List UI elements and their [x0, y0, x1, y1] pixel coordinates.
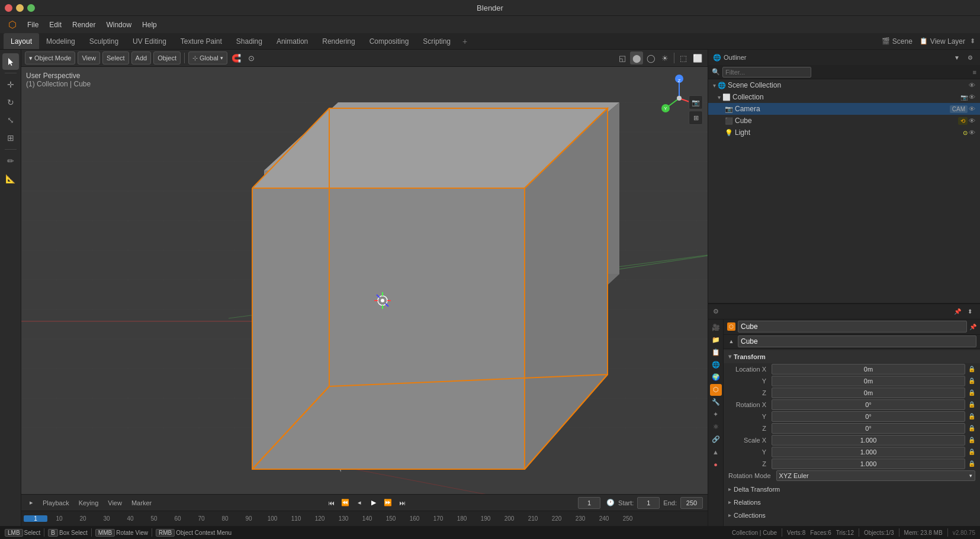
menu-window[interactable]: Window: [101, 19, 136, 31]
frame-90[interactable]: 90: [237, 515, 261, 522]
menu-help[interactable]: Help: [137, 19, 162, 31]
location-z-lock[interactable]: 🔒: [968, 389, 975, 396]
proportional-edit[interactable]: ⊙: [245, 51, 258, 64]
rotation-y-lock[interactable]: 🔒: [968, 413, 975, 419]
marker-menu[interactable]: Marker: [128, 498, 155, 508]
frame-ruler[interactable]: 1 10 20 30 40 50 60 70 80 90 100 110 120…: [21, 511, 708, 526]
location-z-field[interactable]: 0m: [772, 388, 965, 398]
rotation-x-field[interactable]: 0°: [772, 399, 965, 410]
maximize-button[interactable]: [27, 4, 35, 12]
tab-scripting[interactable]: Scripting: [416, 33, 458, 49]
frame-80[interactable]: 80: [213, 515, 237, 522]
rotate-tool[interactable]: ↻: [2, 94, 19, 111]
measure-tool[interactable]: 📐: [2, 170, 19, 187]
keying-menu[interactable]: Keying: [75, 498, 102, 508]
rotation-x-lock[interactable]: 🔒: [968, 401, 975, 408]
location-y-field[interactable]: 0m: [772, 376, 965, 386]
play-forward[interactable]: ▶: [367, 496, 380, 509]
select-menu[interactable]: Select: [102, 51, 129, 64]
prop-physics-icon[interactable]: ⚛: [710, 421, 722, 433]
menu-render[interactable]: Render: [68, 19, 100, 31]
location-x-lock[interactable]: 🔒: [968, 366, 975, 372]
prop-render-icon[interactable]: 🎥: [710, 322, 722, 334]
tab-texture-paint[interactable]: Texture Paint: [173, 33, 229, 49]
visibility-icon-scene[interactable]: 👁: [969, 82, 975, 89]
transform-orientations[interactable]: ⊹ Global ▾: [188, 51, 227, 64]
object-mode-dropdown[interactable]: ▾ Object Mode: [25, 51, 75, 64]
toggle-camera-view[interactable]: 📷: [689, 95, 703, 109]
prop-modifier-icon[interactable]: 🔧: [710, 396, 722, 408]
prop-output-icon[interactable]: 📁: [710, 334, 722, 346]
tab-modeling[interactable]: Modeling: [39, 33, 82, 49]
prop-data-icon[interactable]: ▲: [710, 446, 722, 458]
tab-compositing[interactable]: Compositing: [362, 33, 416, 49]
blender-icon[interactable]: ⬡: [4, 17, 21, 32]
location-x-field[interactable]: 0m: [772, 364, 965, 375]
render-icon-collection[interactable]: 📷: [960, 94, 968, 101]
wireframe-mode[interactable]: ◱: [616, 51, 629, 64]
tab-animation[interactable]: Animation: [269, 33, 315, 49]
jump-to-start[interactable]: ⏮: [324, 496, 338, 509]
scale-z-field[interactable]: 1.000: [772, 459, 965, 469]
properties-pin[interactable]: 📌: [952, 306, 963, 317]
scale-x-field[interactable]: 1.000: [772, 435, 965, 446]
add-workspace-tab[interactable]: +: [458, 34, 472, 49]
outliner-scene-collection[interactable]: ▾ 🌐 Scene Collection 👁: [708, 79, 980, 91]
rendered-mode[interactable]: ☀: [658, 51, 671, 64]
visibility-icon-camera[interactable]: 👁: [969, 105, 975, 112]
frame-130[interactable]: 130: [332, 515, 355, 522]
menu-edit[interactable]: Edit: [44, 19, 66, 31]
frame-200[interactable]: 200: [497, 515, 521, 522]
frame-1[interactable]: 1: [24, 515, 47, 522]
rotation-z-lock[interactable]: 🔒: [968, 425, 975, 431]
prop-particles-icon[interactable]: ✦: [710, 409, 722, 421]
frame-40[interactable]: 40: [118, 515, 142, 522]
frame-60[interactable]: 60: [166, 515, 189, 522]
outliner-cube[interactable]: ⬛ Cube ⟲ 👁: [708, 115, 980, 127]
frame-20[interactable]: 20: [71, 515, 95, 522]
prop-material-icon[interactable]: ●: [710, 459, 722, 470]
outliner-light[interactable]: 💡 Light ⊙ 👁: [708, 127, 980, 138]
rotation-y-field[interactable]: 0°: [772, 411, 965, 422]
frame-240[interactable]: 240: [592, 515, 616, 522]
play-back[interactable]: ◂: [353, 496, 366, 509]
end-frame[interactable]: 250: [680, 497, 703, 509]
tab-sculpting[interactable]: Sculpting: [82, 33, 126, 49]
start-frame[interactable]: 1: [637, 497, 660, 509]
rotation-z-field[interactable]: 0°: [772, 423, 965, 434]
prop-object-icon[interactable]: ⬡: [710, 384, 722, 396]
frame-160[interactable]: 160: [403, 515, 426, 522]
view-menu[interactable]: View: [78, 51, 100, 64]
frame-220[interactable]: 220: [545, 515, 568, 522]
view-menu-tl[interactable]: View: [104, 498, 126, 508]
scale-x-lock[interactable]: 🔒: [968, 437, 975, 443]
toggle-orthographic[interactable]: ⊞: [689, 111, 703, 125]
step-forward[interactable]: ⏩: [381, 496, 394, 509]
frame-190[interactable]: 190: [474, 515, 497, 522]
frame-120[interactable]: 120: [308, 515, 332, 522]
outliner-camera[interactable]: 📷 Camera CAM 👁: [708, 103, 980, 115]
move-tool[interactable]: ✛: [2, 76, 19, 93]
frame-210[interactable]: 210: [521, 515, 545, 522]
prop-world-icon[interactable]: 🌍: [710, 372, 722, 383]
visibility-icon-light[interactable]: 👁: [969, 129, 975, 136]
outliner-filter[interactable]: ▼: [952, 52, 962, 63]
frame-150[interactable]: 150: [379, 515, 403, 522]
frame-250[interactable]: 250: [616, 515, 640, 522]
prop-constraints-icon[interactable]: 🔗: [710, 434, 722, 446]
object-name-field[interactable]: Cube: [738, 321, 967, 333]
frame-140[interactable]: 140: [355, 515, 379, 522]
viewport-scene[interactable]: User Perspective (1) Collection | Cube Z: [21, 67, 708, 494]
outliner-collection[interactable]: ▾ ⬜ Collection 📷 👁: [708, 91, 980, 103]
tab-shading[interactable]: Shading: [229, 33, 269, 49]
material-preview[interactable]: ◯: [644, 51, 657, 64]
overlay-toggle[interactable]: ⬚: [677, 51, 690, 64]
relations-toggle[interactable]: ▸ Relations: [724, 496, 980, 509]
tab-uv-editing[interactable]: UV Editing: [126, 33, 173, 49]
add-menu[interactable]: Add: [131, 51, 152, 64]
scale-z-lock[interactable]: 🔒: [968, 460, 975, 467]
outliner-search-input[interactable]: [722, 67, 811, 78]
scale-tool[interactable]: ⤡: [2, 112, 19, 128]
frame-10[interactable]: 10: [47, 515, 71, 522]
jump-to-end[interactable]: ⏭: [396, 496, 409, 509]
